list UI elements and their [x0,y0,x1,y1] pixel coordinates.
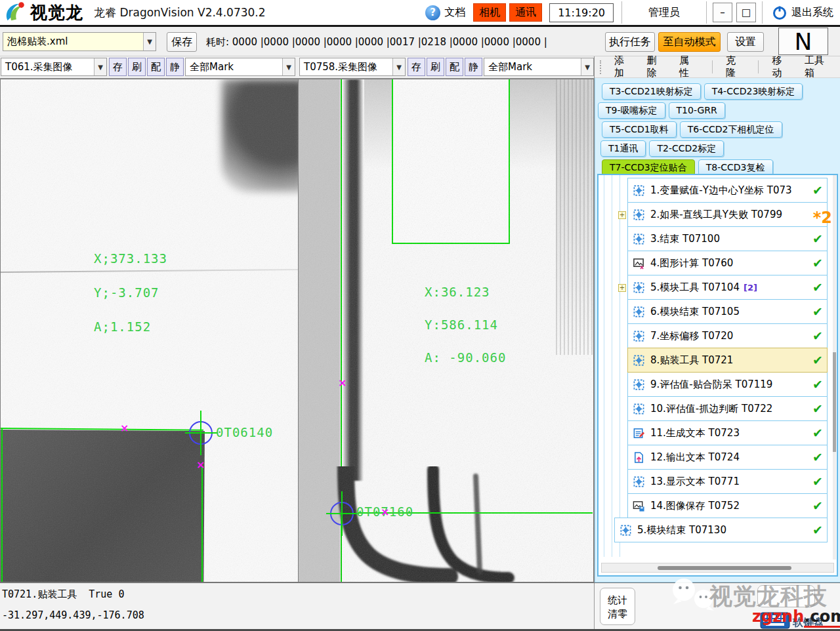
watermark-url: zgznh.com [752,607,840,626]
task-list-item[interactable]: 7.坐标偏移 T0720✔ [627,323,828,348]
tab-T5-CCD1取料[interactable]: T5-CCD1取料 [602,121,677,138]
module-icon [619,523,632,537]
left-match-button[interactable]: 配 [147,58,165,76]
image-save-icon [632,499,645,512]
footer-right: 统计 清零 视觉龙科技 zgznh.com 软键盘 [594,583,840,629]
task-list-item[interactable]: 14.图像保存 T0752✔ [627,493,828,518]
stats-reset-line2: 清零 [600,607,635,621]
task-count-badge: [2] [744,283,757,293]
module-icon [632,475,645,488]
right-camera-view[interactable]: X:36.123 Y:586.114 A: -90.060 × 0T07160 … [299,79,594,582]
help-icon[interactable]: ? [425,5,440,20]
check-icon: ✔ [812,232,824,246]
module-icon [632,208,645,221]
task-list-item[interactable]: 3.结束 T07100✔ [627,226,828,251]
tab-T4-CCD23映射标定[interactable]: T4-CCD23映射标定 [704,83,803,100]
chevron-down-icon[interactable]: ▼ [392,58,405,75]
task-list-item[interactable]: 5.模块结束 T07130✔ [614,518,828,542]
horizontal-scrollbar[interactable] [601,563,834,573]
left-camera-view[interactable]: X;373.133 Y;-3.707 A;1.152 × × 0T06140 [0,79,299,582]
contour-right-line [201,466,203,582]
tab-T6-CCD2下相机定位[interactable]: T6-CCD2下相机定位 [680,121,782,138]
task-list-item[interactable]: 13.显示文本 T0771✔ [627,469,828,494]
check-icon: ✔ [812,353,824,367]
properties-button[interactable]: 属性 [679,54,699,79]
tab-T1通讯[interactable]: T1通讯 [600,140,646,157]
task-list-item[interactable]: 1.变量赋值-Y边中心Y坐标 T073✔ [627,178,828,203]
crosshair-h [326,513,359,514]
task-label: 1.变量赋值-Y边中心Y坐标 T073 [650,184,792,197]
task-label: 10.评估值-抓边判断 T0722 [650,403,772,415]
toolbox-button[interactable]: 工具箱 [805,54,833,79]
task-label: 5.模块工具 T07104 [650,281,740,294]
comm-status-button[interactable]: 通讯 [509,3,542,22]
right-mark-combo[interactable]: 全部Mark ▼ [484,58,594,76]
task-list-item[interactable]: 12.输出文本 T0724✔ [627,445,828,470]
dark-curves [325,466,587,582]
left-refresh-button[interactable]: 刷 [128,58,146,76]
delete-button[interactable]: 删除 [647,54,667,79]
task-list-item[interactable]: +2.如果-直线工具Y失败 T0799*2 [627,202,828,227]
status-bar: T0721.贴装工具 True 0 -31.297,449.439,-176.7… [0,582,840,631]
panel-toolbar: 添加 删除 属性 克隆 移动 工具箱 [595,56,840,78]
minimize-button[interactable]: – [713,3,732,22]
task-list-item[interactable]: 8.贴装工具 T0721✔ [627,348,828,373]
maximize-button[interactable]: □ [736,3,756,22]
settings-button[interactable]: 设置 [727,32,764,52]
right-static-button[interactable]: 静 [465,58,482,76]
save-button[interactable]: 保存 [167,32,197,52]
chevron-down-icon[interactable]: ▼ [143,33,156,51]
tab-T2-CCD2标定[interactable]: T2-CCD2标定 [649,140,724,157]
expander-icon[interactable]: + [618,284,626,292]
right-refresh-button[interactable]: 刷 [427,58,444,76]
expander-icon[interactable]: + [618,211,626,219]
right-source-combo[interactable]: T0758.采集图像 ▼ [299,58,406,76]
stats-reset-button[interactable]: 统计 清零 [600,588,635,625]
left-source-combo[interactable]: T061.采集图像 ▼ [1,58,107,76]
overlay-x-value: X;373.133 [94,251,167,266]
tab-T3-CCD21映射标定[interactable]: T3-CCD21映射标定 [602,83,701,100]
task-list-item[interactable]: 10.评估值-抓边判断 T0722✔ [627,396,828,421]
divider [762,1,763,24]
vertical-scrollbar[interactable] [833,175,836,560]
module-icon [632,232,645,245]
divider [621,1,622,24]
file-export-icon [632,451,645,464]
overlay-a-value: A;1.152 [94,319,151,334]
task-list-item[interactable]: 9.评估值-贴合防呆 T07119✔ [627,372,828,397]
drag-grip-icon[interactable] [600,60,602,74]
scrollbar-thumb[interactable] [658,566,792,570]
overlay-x-value: X:36.123 [425,285,490,299]
job-file-combo[interactable]: 泡棉贴装.xml ▼ [3,32,156,51]
task-label: 5.模块结束 T07130 [637,524,726,537]
right-match-button[interactable]: 配 [446,58,463,76]
task-list-item[interactable]: 11.生成文本 T0723✔ [627,420,828,445]
camera-status-button[interactable]: 相机 [473,3,506,22]
tab-T10-GRR[interactable]: T10-GRR [669,102,725,119]
add-button[interactable]: 添加 [614,54,634,79]
left-static-button[interactable]: 静 [166,58,184,76]
clone-button[interactable]: 克隆 [726,54,746,79]
left-save-image-button[interactable]: 存 [109,58,127,76]
app-logo-icon [3,0,28,25]
task-label: 14.图像保存 T0752 [650,500,740,512]
check-icon: ✔ [812,183,824,197]
left-source-value: T061.采集图像 [1,61,94,73]
exit-label: 退出系统 [791,6,833,20]
chevron-down-icon[interactable]: ▼ [94,58,106,75]
left-mark-combo[interactable]: 全部Mark ▼ [185,58,295,76]
tab-T9-吸嘴标定[interactable]: T9-吸嘴标定 [598,102,665,119]
exit-button[interactable]: 退出系统 [766,5,840,20]
scrollbar-thumb[interactable] [833,352,836,452]
task-list-item[interactable]: 6.模块结束 T07105✔ [627,299,828,324]
task-list-item[interactable]: +5.模块工具 T07104[2]✔ [627,275,828,300]
auto-mode-button[interactable]: 至自动模式 [658,32,721,52]
right-save-image-button[interactable]: 存 [408,58,425,76]
chevron-down-icon[interactable]: ▼ [581,58,593,75]
move-button[interactable]: 移动 [772,54,791,79]
view-header-bar: T061.采集图像 ▼ 存 刷 配 静 全部Mark ▼ T0758.采集图像 … [0,56,594,79]
chevron-down-icon[interactable]: ▼ [282,58,295,75]
task-list-item[interactable]: 4.图形计算 T0760✔ [627,251,828,275]
doc-button[interactable]: 文档 [444,6,465,20]
run-task-button[interactable]: 执行任务 [605,32,655,52]
